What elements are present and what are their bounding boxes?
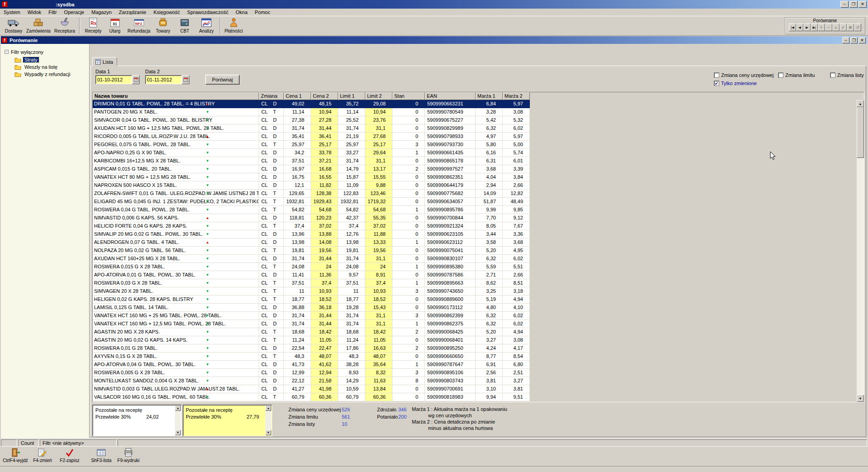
table-row[interactable]: ROSWERA 0,04 G TABL. POWL. 28 TABL. CLT …	[93, 206, 530, 214]
memo1-scrollbar[interactable]: ▲▼	[175, 405, 181, 435]
toolbar-button-utarg[interactable]: 31 Utarg	[104, 17, 126, 35]
table-row[interactable]: AXYVEN 0,15 G X 28 TABL. CLT 48,3 48,07 …	[93, 353, 530, 361]
table-row[interactable]: PANTOGEN 20 MG X TABL. CLT 11,14 10,94 1…	[93, 108, 530, 116]
toolbar-button-refundacja[interactable]: NFZ Refundacja	[126, 17, 152, 35]
date2-calendar-button[interactable]: 15	[182, 75, 189, 84]
table-row[interactable]: HELICID FORTE 0,04 G KAPS. 28 KAPS. CLT …	[93, 222, 530, 230]
navigator-button[interactable]	[832, 24, 840, 31]
exit-button[interactable]: CtrlF4-wyjdź	[2, 447, 29, 466]
column-header[interactable]: Cena 2	[311, 92, 338, 100]
navigator-button[interactable]	[796, 24, 803, 31]
table-row[interactable]: VALSACOR 160 MG 0,16 G TABL. POWL. 60 TA…	[93, 393, 530, 401]
table-row[interactable]: KARBICOMBI 16+12,5 MG X 28 TABL. CLD 37,…	[93, 157, 530, 165]
toolbar-button-cbt[interactable]: CBT	[174, 17, 196, 35]
column-header[interactable]: EAN	[425, 92, 476, 100]
table-row[interactable]: DRIMON 0,01 G TABL. POWL. 28 TABL. = 4 B…	[93, 100, 530, 108]
tree-item[interactable]: Straty	[14, 56, 89, 63]
scroll-thumb[interactable]	[857, 107, 864, 158]
navigator-button[interactable]	[825, 24, 832, 31]
menu-item[interactable]: Zarządzanie	[115, 9, 150, 15]
table-row[interactable]: SIMVAGEN 20 X 28 TABL. CLT 11 10,93 11 1…	[93, 287, 530, 296]
edit-button[interactable]: F4-zmień	[29, 447, 56, 466]
date1-calendar-button[interactable]: 15	[132, 75, 140, 84]
table-row[interactable]: VANATEX HCT 160 MG + 12,5 MG TABL. POWL.…	[93, 320, 530, 328]
toolbar-button-dostawy[interactable]: Dostawy	[3, 17, 24, 35]
menu-item[interactable]: Widok	[24, 9, 45, 15]
toolbar-button-recepty[interactable]: Rx Recepty	[82, 17, 104, 35]
compare-button[interactable]: Porównaj	[205, 75, 240, 85]
save-button[interactable]: F2-zapisz	[56, 447, 83, 466]
table-row[interactable]: NOLPAZA 20 MG 0,02 G TABL. 56 TABL. CLT …	[93, 247, 530, 255]
navigator-button[interactable]	[811, 24, 818, 31]
vertical-scrollbar[interactable]: ▲ ▼	[857, 100, 864, 402]
table-row[interactable]: AGASTIN 20 MG X 28 KAPS. CLT 18,68 18,42…	[93, 328, 530, 336]
table-row[interactable]: APO-ATORVA 0,04 G TABL. POWL. 30 TABL. C…	[93, 361, 530, 369]
table-row[interactable]: NIMVASTID 0,003 G TABL.ULEG.ROZPAD.W JAM…	[93, 385, 530, 393]
table-row[interactable]: MONTELUKAST SANDOZ 0,004 G X 28 TABL. CL…	[93, 377, 530, 385]
menu-item[interactable]: Sprawozdawczość	[184, 9, 232, 15]
table-row[interactable]: SIMVALIP 20 MG 0,02 G TABL. POWL. 30 TAB…	[93, 230, 530, 238]
filter-checkbox[interactable]: Zmiana limitu	[778, 72, 815, 78]
column-header[interactable]: Stan	[392, 92, 425, 100]
table-row[interactable]: VANATEX HCT 80 MG + 12,5 MG 28 TABL. CLD…	[93, 173, 530, 181]
filter-checkbox[interactable]: Tylko zmienione	[714, 80, 757, 86]
table-row[interactable]: ZOLAFREN-SWIFT 0,01 G TABL. ULEG.ROZPAD.…	[93, 190, 530, 198]
child-restore-button[interactable]: ❐	[850, 37, 858, 43]
table-row[interactable]: AXUDAN HCT 160 MG + 12,5 MG TABL. POWL. …	[93, 124, 530, 133]
memo2-scrollbar[interactable]: ▲▼	[265, 405, 271, 435]
toolbar-button-analizy[interactable]: Analizy	[196, 17, 217, 35]
table-row[interactable]: APO-ATORVA 0,01 G TABL. POWL. 30 TABL. C…	[93, 271, 530, 279]
column-header[interactable]: Cena 1	[284, 92, 311, 100]
table-row[interactable]: HELIGEN 0,02 G KAPS. 28 KAPS. BLISTRY CL…	[93, 296, 530, 304]
menu-item[interactable]: System	[0, 9, 24, 15]
table-row[interactable]: PEGOREL 0,075 G TABL. POWL. 28 TABL. CLT…	[93, 141, 530, 149]
menu-item[interactable]: Magazyn	[88, 9, 115, 15]
table-row[interactable]: AXUDAN HCT 160+25 MG X 28 TABL. CLD 31,7…	[93, 255, 530, 263]
menu-item[interactable]: Pomoc	[251, 9, 274, 15]
column-header[interactable]: Nazwa towaru	[93, 92, 259, 100]
table-row[interactable]: ROSWERA 0,03 G X 28 TABL. CLT 37,51 37,4…	[93, 279, 530, 287]
navigator-button[interactable]	[854, 24, 861, 31]
table-row[interactable]: ROSWERA 0,01 G 28 TABL. CLD 22,54 22,47 …	[93, 344, 530, 353]
table-row[interactable]: APO-NAPRO 0,25 G X 90 TABL. CLD 34,2 33,…	[93, 149, 530, 157]
navigator-button[interactable]	[818, 24, 825, 31]
toolbar-button-zamowienia[interactable]: Zamówienia	[24, 17, 52, 35]
table-row[interactable]: ASPICAM 0,015 G TABL. 20 TABL. CLD 16,97…	[93, 165, 530, 173]
column-header[interactable]: Marża 2	[503, 92, 530, 100]
column-header[interactable]: Limit 2	[365, 92, 392, 100]
filter-checkbox[interactable]: Zmiana ceny urzędowej	[714, 72, 774, 78]
tree-root-node[interactable]: − Filtr wyłączony	[1, 48, 89, 55]
table-row[interactable]: LAMISIL 0,125 G TABL. 14 TABL. CLD 36,88…	[93, 304, 530, 312]
table-row[interactable]: NIMVASTID 0,006 G KAPS. 56 KAPS. CLD 118…	[93, 214, 530, 222]
column-header[interactable]: Limit 1	[338, 92, 365, 100]
navigator-button[interactable]	[789, 24, 796, 31]
column-header[interactable]: Zmiana	[259, 92, 284, 100]
scroll-up-icon[interactable]: ▲	[857, 100, 864, 107]
date1-input[interactable]	[95, 75, 132, 84]
app-icon[interactable]: f	[2, 1, 8, 7]
child-minimize-button[interactable]: ‒	[842, 37, 849, 43]
navigator-button[interactable]	[847, 24, 854, 31]
tree-collapse-icon[interactable]: −	[5, 50, 9, 54]
menu-item[interactable]: Księgowość	[150, 9, 184, 15]
toolbar-button-platnosci[interactable]: Płatności	[223, 17, 245, 35]
list-button[interactable]: ShF3-lista	[88, 447, 115, 466]
tree-item[interactable]: Wypadły z refundacji	[14, 71, 89, 77]
minimize-button[interactable]: ‒	[840, 1, 849, 8]
table-row[interactable]: VANATEX HCT 160 MG + 25 MG TABL. POWL. 2…	[93, 312, 530, 320]
table-row[interactable]: SIMVACOR 0,04 G TABL. POWL. 30 TABL. BLI…	[93, 116, 530, 124]
tab-lista[interactable]: Lista	[92, 57, 117, 66]
scroll-down-icon[interactable]: ▼	[857, 395, 864, 402]
table-row[interactable]: ELIGARD 45 MG 0,045 G INJ. 1 ZESTAW: PUD…	[93, 198, 530, 206]
close-button[interactable]: ✕	[859, 1, 867, 8]
child-close-button[interactable]: ✕	[859, 37, 866, 43]
table-row[interactable]: ROSWERA 0,015 G X 28 TABL. CLT 24,08 24 …	[93, 263, 530, 271]
toolbar-button-receptura[interactable]: Receptura	[52, 17, 77, 35]
restore-button[interactable]: ❐	[849, 1, 858, 8]
column-header[interactable]: Marża 1	[476, 92, 503, 100]
tree-item[interactable]: Weszły na listę	[14, 63, 89, 70]
menu-item[interactable]: Okna	[232, 9, 251, 15]
table-row[interactable]: ALENDROGEN 0,07 G TABL. 4 TABL. CLD 13,9…	[93, 238, 530, 247]
table-row[interactable]: ROSWERA 0,005 G X 28 TABL. CLD 12,99 12,…	[93, 369, 530, 377]
print-button[interactable]: F9-wydruki	[115, 447, 142, 466]
